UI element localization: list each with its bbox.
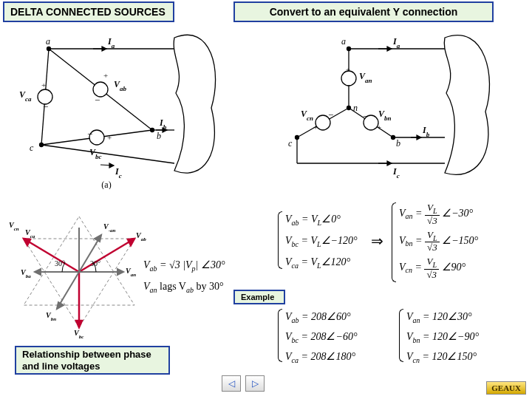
phasor-diagram: Vcn Vca Van Vab Vbn Vbc Vba V-an 30° 30° (9, 205, 149, 338)
svg-text:Ib: Ib (422, 125, 430, 138)
svg-text:+: + (41, 81, 46, 89)
svg-point-43 (347, 106, 351, 110)
svg-text:+: + (346, 65, 350, 74)
svg-text:Ia: Ia (392, 36, 400, 50)
relation-label: Relationship between phase and line volt… (15, 346, 170, 375)
relation-equation-1: Vab = √3 |Vp| ∠30° (143, 259, 225, 273)
brace-example-phase (399, 309, 403, 362)
svg-marker-57 (387, 47, 392, 51)
svg-marker-75 (57, 302, 64, 309)
svg-text:Vbn: Vbn (378, 109, 392, 122)
svg-text:Vba: Vba (21, 268, 31, 279)
svg-point-11 (40, 143, 44, 147)
title-delta-sources: DELTA CONNECTED SOURCES (3, 1, 174, 22)
svg-text:−: − (43, 101, 48, 112)
svg-marker-29 (109, 163, 114, 168)
svg-text:−: − (87, 129, 92, 140)
svg-text:Vbc: Vbc (74, 329, 83, 338)
svg-line-8 (41, 145, 174, 163)
svg-point-10 (151, 129, 154, 132)
svg-text:Ic: Ic (392, 166, 400, 180)
svg-line-66 (24, 239, 79, 272)
svg-point-40 (347, 47, 351, 51)
svg-text:−: − (347, 80, 352, 91)
line-voltages-block: Vab = VL∠0° Vbc = VL∠−120° Vca = VL∠120° (285, 211, 358, 270)
y-node-n: n (353, 103, 358, 113)
svg-text:Van: Van (126, 267, 136, 278)
svg-text:Vbn: Vbn (46, 311, 56, 322)
nav-buttons: ◁ ▷ (222, 375, 265, 392)
svg-text:−: − (95, 95, 100, 106)
phase-voltages-block: Van = VL√3 ∠−30° Vbn = VL√3 ∠−150° Vcn =… (399, 201, 478, 281)
svg-text:Ia: Ia (107, 36, 115, 50)
svg-marker-77 (95, 235, 101, 242)
example-line-block: Vab = 208∠60° Vbc = 208∠−60° Vca = 208∠1… (285, 309, 358, 365)
svg-text:Vca: Vca (19, 89, 32, 103)
next-button[interactable]: ▷ (245, 375, 265, 392)
svg-text:−: − (328, 109, 333, 120)
brace-line-voltages (278, 211, 282, 269)
node-c-label: c (30, 143, 34, 153)
node-a-label: a (46, 36, 50, 47)
implies-arrow: ⇒ (371, 232, 383, 250)
y-node-c: c (288, 138, 293, 149)
example-phase-block: Van = 120∠30° Vbn = 120∠−90° Vcn = 120∠1… (406, 309, 479, 365)
brace-phase-voltages (392, 202, 396, 282)
node-b-label: b (157, 131, 161, 141)
phasor-angle-left: 30° (55, 259, 65, 267)
svg-marker-61 (387, 161, 392, 166)
chevron-right-icon: ▷ (252, 378, 259, 389)
prev-button[interactable]: ◁ (222, 375, 241, 392)
y-node-a: a (341, 36, 346, 47)
svg-text:Vbc: Vbc (89, 147, 102, 160)
svg-marker-65 (128, 239, 134, 245)
svg-marker-25 (102, 47, 106, 51)
brace-example-line (278, 309, 282, 362)
svg-text:+: + (103, 71, 108, 80)
delta-caption: (a) (101, 180, 111, 189)
svg-point-41 (392, 136, 395, 140)
svg-point-9 (47, 47, 51, 51)
svg-marker-59 (417, 135, 421, 140)
svg-text:−: − (363, 111, 368, 122)
svg-text:V-an: V-an (103, 222, 116, 233)
svg-text:+: + (107, 133, 112, 142)
delta-circuit-diagram: a b c Ia Ib Ic Vab Vbc Vca + − − + + − (… (19, 27, 226, 189)
svg-text:Vcn: Vcn (9, 221, 19, 232)
svg-marker-67 (24, 239, 30, 245)
relation-equation-2: Van lags Vab by 30° (143, 281, 224, 294)
y-node-b: b (396, 138, 400, 149)
geaux-button[interactable]: GEAUX (486, 381, 526, 395)
svg-marker-73 (35, 269, 41, 275)
title-convert-y: Convert to an equivalent Y connection (233, 1, 494, 22)
svg-point-42 (296, 136, 299, 140)
svg-marker-71 (117, 269, 123, 275)
chevron-left-icon: ◁ (228, 378, 235, 389)
svg-text:Vab: Vab (114, 79, 127, 92)
example-label: Example (233, 290, 285, 304)
svg-text:+: + (313, 123, 318, 132)
svg-text:Van: Van (359, 71, 372, 84)
svg-text:Ic: Ic (115, 166, 122, 180)
svg-text:Vab: Vab (136, 231, 146, 242)
svg-marker-69 (76, 321, 82, 327)
y-circuit-diagram: a b c n Ia Ib Ic Van Vbn Vcn + − − + − + (275, 27, 504, 189)
svg-text:+: + (377, 123, 381, 132)
svg-text:Vca: Vca (25, 228, 35, 239)
svg-text:Vcn: Vcn (301, 109, 313, 122)
